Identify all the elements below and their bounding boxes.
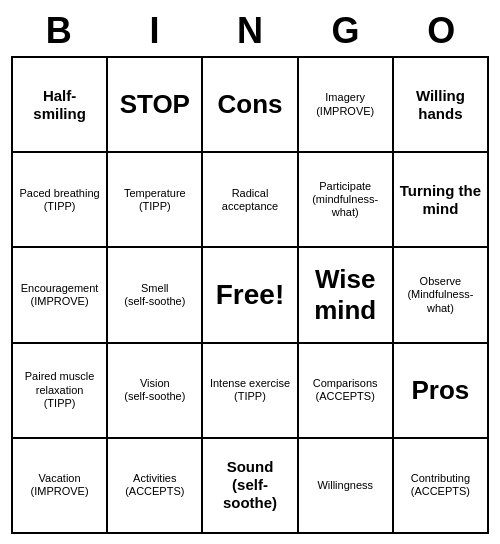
bingo-cell-13: Wise mind (299, 248, 394, 343)
cell-text-19: Pros (411, 375, 469, 406)
bingo-cell-16: Vision(self-soothe) (108, 344, 203, 439)
bingo-cell-23: Willingness (299, 439, 394, 534)
bingo-cell-2: Cons (203, 58, 298, 153)
title-g: G (301, 10, 391, 52)
cell-text-6: Temperature(TIPP) (124, 187, 186, 213)
title-o: O (396, 10, 486, 52)
title-b: B (14, 10, 104, 52)
bingo-cell-11: Smell(self-soothe) (108, 248, 203, 343)
bingo-cell-20: Vacation(IMPROVE) (13, 439, 108, 534)
bingo-cell-10: Encouragement(IMPROVE) (13, 248, 108, 343)
bingo-cell-3: Imagery(IMPROVE) (299, 58, 394, 153)
cell-text-14: Observe(Mindfulness-what) (398, 275, 483, 315)
cell-text-17: Intense exercise(TIPP) (210, 377, 290, 403)
bingo-cell-12: Free! (203, 248, 298, 343)
cell-text-15: Paired muscle relaxation(TIPP) (17, 370, 102, 410)
bingo-cell-8: Participate(mindfulness-what) (299, 153, 394, 248)
cell-text-13: Wise mind (303, 264, 388, 326)
cell-text-9: Turning the mind (398, 182, 483, 218)
cell-text-2: Cons (217, 89, 282, 120)
bingo-cell-18: Comparisons(ACCEPTS) (299, 344, 394, 439)
bingo-cell-6: Temperature(TIPP) (108, 153, 203, 248)
bingo-cell-4: Willing hands (394, 58, 489, 153)
cell-text-20: Vacation(IMPROVE) (31, 472, 89, 498)
cell-text-24: Contributing(ACCEPTS) (411, 472, 470, 498)
cell-text-21: Activities(ACCEPTS) (125, 472, 184, 498)
bingo-grid: Half-smilingSTOPConsImagery(IMPROVE)Will… (11, 56, 489, 534)
bingo-cell-7: Radical acceptance (203, 153, 298, 248)
bingo-cell-22: Sound(self-soothe) (203, 439, 298, 534)
cell-text-18: Comparisons(ACCEPTS) (313, 377, 378, 403)
bingo-cell-15: Paired muscle relaxation(TIPP) (13, 344, 108, 439)
bingo-cell-19: Pros (394, 344, 489, 439)
title-i: I (109, 10, 199, 52)
cell-text-0: Half-smiling (17, 87, 102, 123)
cell-text-1: STOP (120, 89, 190, 120)
cell-text-7: Radical acceptance (207, 187, 292, 213)
bingo-cell-17: Intense exercise(TIPP) (203, 344, 298, 439)
bingo-cell-24: Contributing(ACCEPTS) (394, 439, 489, 534)
bingo-title: B I N G O (11, 10, 489, 52)
bingo-cell-1: STOP (108, 58, 203, 153)
cell-text-3: Imagery(IMPROVE) (316, 91, 374, 117)
cell-text-10: Encouragement(IMPROVE) (21, 282, 99, 308)
cell-text-16: Vision(self-soothe) (124, 377, 185, 403)
bingo-cell-9: Turning the mind (394, 153, 489, 248)
cell-text-11: Smell(self-soothe) (124, 282, 185, 308)
cell-text-5: Paced breathing(TIPP) (20, 187, 100, 213)
cell-text-8: Participate(mindfulness-what) (303, 180, 388, 220)
bingo-cell-0: Half-smiling (13, 58, 108, 153)
bingo-cell-5: Paced breathing(TIPP) (13, 153, 108, 248)
bingo-cell-14: Observe(Mindfulness-what) (394, 248, 489, 343)
cell-text-23: Willingness (317, 479, 373, 492)
cell-text-22: Sound(self-soothe) (207, 458, 292, 512)
title-n: N (205, 10, 295, 52)
cell-text-12: Free! (216, 278, 284, 312)
cell-text-4: Willing hands (398, 87, 483, 123)
bingo-cell-21: Activities(ACCEPTS) (108, 439, 203, 534)
